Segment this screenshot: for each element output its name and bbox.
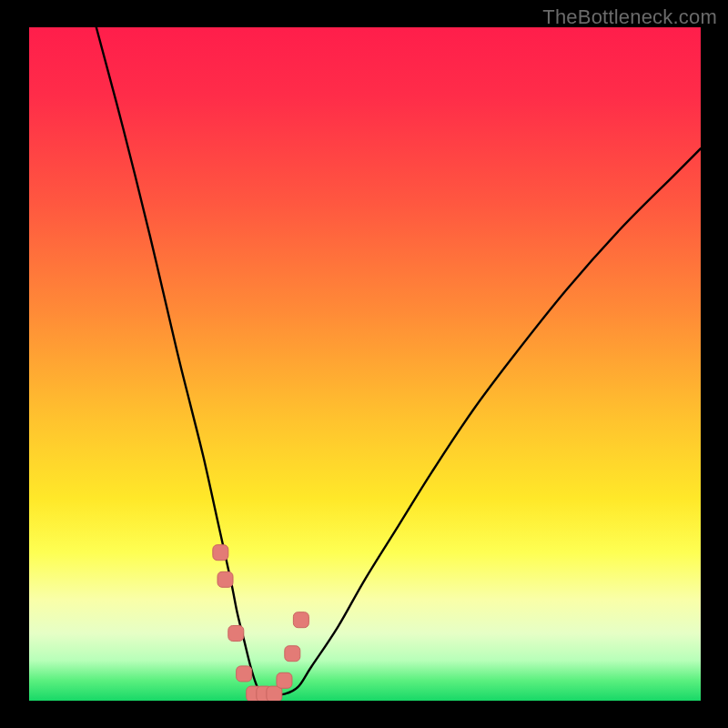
marker-point [293,612,308,628]
chart-svg [29,27,701,701]
watermark-text: TheBottleneck.com [542,5,717,29]
marker-point [213,545,228,561]
marker-point [217,571,233,587]
bottleneck-curve [96,27,701,694]
marker-point [285,646,300,662]
chart-plot-area [29,27,701,701]
chart-frame: TheBottleneck.com [0,0,728,728]
marker-point [277,672,292,688]
marker-point [237,666,252,682]
marker-point [228,626,244,642]
